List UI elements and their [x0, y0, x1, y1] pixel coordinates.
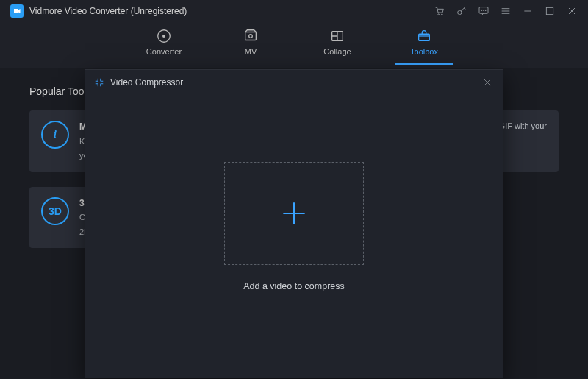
svg-point-9 [162, 35, 165, 38]
tab-label: MV [245, 47, 257, 56]
card-body: GIF with your [499, 121, 547, 162]
modal-body: Add a video to compress [85, 95, 503, 378]
modal-header: Video Compressor [85, 70, 503, 95]
card-icon-text: i [54, 129, 57, 141]
info-icon: i [41, 121, 69, 149]
feedback-icon[interactable] [478, 5, 490, 17]
card-desc: GIF with your [499, 121, 547, 132]
svg-point-4 [481, 10, 482, 10]
dropzone-label: Add a video to compress [243, 281, 345, 291]
converter-icon [156, 28, 172, 44]
tab-toolbox[interactable]: Toolbox [399, 26, 449, 63]
svg-point-0 [438, 14, 440, 15]
main-tabs: Converter MV Collage Toolbox [0, 22, 588, 68]
close-icon[interactable] [566, 5, 578, 17]
modal-title-wrap: Video Compressor [94, 77, 183, 88]
collage-icon [329, 28, 345, 44]
card-icon-text: 3D [49, 205, 62, 217]
three-d-icon: 3D [41, 197, 69, 225]
mv-icon [243, 28, 259, 44]
app-title: Vidmore Video Converter (Unregistered) [29, 6, 187, 16]
svg-rect-10 [245, 32, 257, 40]
svg-point-1 [442, 14, 443, 15]
svg-rect-13 [419, 34, 430, 40]
svg-point-11 [249, 35, 253, 38]
add-video-dropzone[interactable] [224, 162, 364, 265]
menu-icon[interactable] [500, 5, 512, 17]
titlebar-right [434, 5, 578, 17]
titlebar: Vidmore Video Converter (Unregistered) [0, 0, 588, 22]
tab-label: Collage [323, 47, 351, 56]
modal-title: Video Compressor [110, 77, 183, 88]
tab-label: Toolbox [410, 47, 438, 56]
compress-icon [94, 77, 104, 88]
tab-converter[interactable]: Converter [139, 26, 189, 63]
key-icon[interactable] [456, 5, 467, 17]
svg-rect-7 [546, 7, 553, 14]
minimize-icon[interactable] [522, 5, 534, 17]
toolbox-icon [416, 28, 432, 44]
tab-mv[interactable]: MV [226, 26, 276, 63]
svg-point-6 [485, 10, 486, 10]
maximize-icon[interactable] [544, 5, 556, 17]
svg-point-5 [483, 10, 484, 10]
tab-label: Converter [146, 47, 182, 56]
app-logo-icon [10, 4, 24, 18]
svg-point-2 [458, 10, 462, 14]
modal-close-button[interactable] [482, 77, 492, 88]
tab-collage[interactable]: Collage [312, 26, 362, 63]
cart-icon[interactable] [434, 5, 445, 17]
video-compressor-modal: Video Compressor Add a video to compress [85, 69, 503, 378]
titlebar-left: Vidmore Video Converter (Unregistered) [10, 4, 187, 18]
